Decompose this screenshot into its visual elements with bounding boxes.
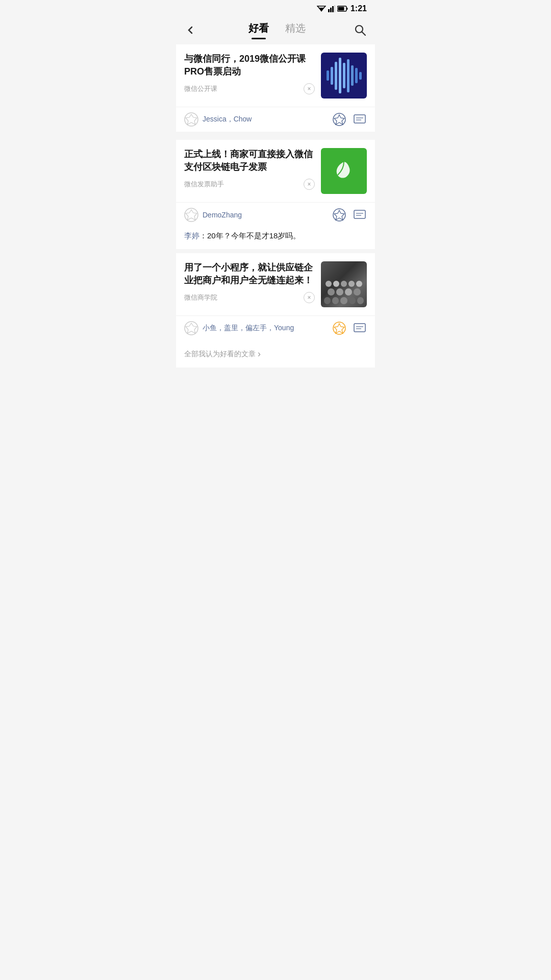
article-title-2: 正式上线！商家可直接接入微信支付区块链电子发票: [184, 148, 315, 174]
back-button[interactable]: [184, 22, 201, 38]
svg-rect-19: [354, 210, 365, 218]
sharer-actions-3: [332, 321, 367, 335]
sharer-row-2: DemoZhang: [176, 203, 375, 227]
wechat-leaf-icon: [331, 158, 357, 184]
all-articles-link[interactable]: 全部我认为好看的文章 ›: [176, 340, 375, 368]
article-card-3[interactable]: 用了一个小程序，就让供应链企业把商户和用户全无缝连起来！ 微信商学院 ×: [176, 253, 375, 316]
header: 好看 精选: [176, 17, 375, 44]
article-text-2: 正式上线！商家可直接接入微信支付区块链电子发票 微信发票助手 ×: [184, 148, 315, 190]
wifi-icon: [317, 5, 326, 12]
article-text-3: 用了一个小程序，就让供应链企业把商户和用户全无缝连起来！ 微信商学院 ×: [184, 261, 315, 303]
sharer-avatar-icon-1: [184, 112, 198, 127]
svg-rect-2: [328, 9, 330, 12]
svg-rect-4: [332, 6, 334, 12]
svg-rect-13: [354, 115, 365, 123]
like-icon-1[interactable]: [332, 112, 346, 127]
nav-tabs: 好看 精选: [201, 21, 354, 38]
sharer-row-3: 小鱼，盖里，偏左手，Young: [176, 316, 375, 340]
article-title-1: 与微信同行，2019微信公开课PRO售票启动: [184, 53, 315, 78]
sharer-avatar-icon-3: [184, 321, 198, 335]
section-divider-2: [176, 249, 375, 253]
sharer-actions-2: [332, 208, 367, 222]
article-source-3: 微信商学院: [184, 293, 217, 302]
svg-rect-7: [346, 8, 347, 10]
battery-icon: [337, 6, 348, 12]
article-card-2[interactable]: 正式上线！商家可直接接入微信支付区块链电子发票 微信发票助手 ×: [176, 140, 375, 203]
sharer-names-3: 小鱼，盖里，偏左手，Young: [203, 324, 294, 333]
dismiss-button-3[interactable]: ×: [304, 292, 315, 303]
svg-rect-3: [330, 8, 332, 12]
like-icon-3[interactable]: [332, 321, 346, 335]
content-area: 与微信同行，2019微信公开课PRO售票启动 微信公开课 ×: [176, 44, 375, 368]
comment-icon-3[interactable]: [353, 321, 367, 335]
sharer-left-1: Jessica，Chow: [184, 112, 252, 127]
svg-rect-8: [338, 7, 344, 11]
search-button[interactable]: [354, 23, 367, 37]
tab-jingxuan[interactable]: 精选: [285, 21, 306, 38]
article-source-1: 微信公开课: [184, 84, 217, 93]
article-thumbnail-1: [321, 53, 367, 99]
comment-icon-2[interactable]: [353, 208, 367, 222]
svg-line-10: [362, 32, 366, 35]
article-text-1: 与微信同行，2019微信公开课PRO售票启动 微信公开课 ×: [184, 53, 315, 94]
section-divider-1: [176, 136, 375, 140]
sharer-avatar-icon-2: [184, 208, 198, 222]
sharer-actions-1: [332, 112, 367, 127]
waveform-graphic: [321, 53, 367, 99]
dismiss-button-1[interactable]: ×: [304, 83, 315, 94]
comment-icon-1[interactable]: [353, 112, 367, 127]
sharer-row-1: Jessica，Chow: [176, 107, 375, 136]
sharer-left-3: 小鱼，盖里，偏左手，Young: [184, 321, 294, 335]
sharer-names-2: DemoZhang: [203, 211, 242, 219]
status-time: 1:21: [350, 4, 367, 13]
tab-haokan[interactable]: 好看: [248, 21, 269, 38]
status-icons: 1:21: [317, 4, 367, 13]
sharer-names-1: Jessica，Chow: [203, 115, 252, 124]
status-bar: 1:21: [176, 0, 375, 17]
comment-text: 李婷：20年？今年不是才18岁吗。: [184, 231, 367, 241]
svg-rect-5: [334, 5, 335, 12]
article-thumbnail-2: [321, 148, 367, 194]
signal-icon: [328, 5, 335, 12]
svg-rect-24: [354, 324, 365, 332]
article-thumbnail-3: [321, 261, 367, 307]
article-card-1[interactable]: 与微信同行，2019微信公开课PRO售票启动 微信公开课 ×: [176, 44, 375, 107]
like-icon-2[interactable]: [332, 208, 346, 222]
article-source-2: 微信发票助手: [184, 180, 224, 189]
comment-preview: 李婷：20年？今年不是才18岁吗。: [176, 227, 375, 249]
sharer-left-2: DemoZhang: [184, 208, 242, 222]
dismiss-button-2[interactable]: ×: [304, 179, 315, 190]
article-title-3: 用了一个小程序，就让供应链企业把商户和用户全无缝连起来！: [184, 261, 315, 287]
